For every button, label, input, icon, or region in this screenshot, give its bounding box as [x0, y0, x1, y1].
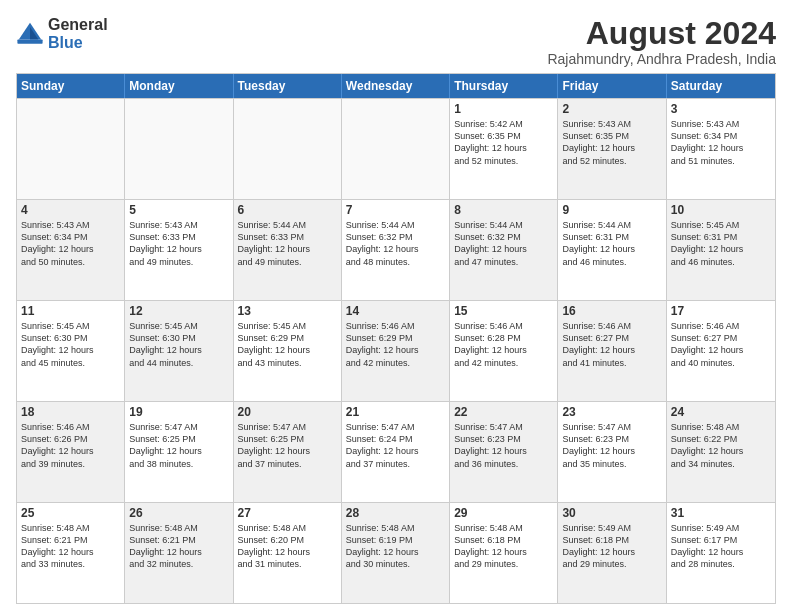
day-info: Sunrise: 5:48 AM Sunset: 6:18 PM Dayligh…	[454, 522, 553, 571]
day-info: Sunrise: 5:44 AM Sunset: 6:33 PM Dayligh…	[238, 219, 337, 268]
day-cell-10: 10Sunrise: 5:45 AM Sunset: 6:31 PM Dayli…	[667, 200, 775, 300]
location: Rajahmundry, Andhra Pradesh, India	[547, 51, 776, 67]
day-info: Sunrise: 5:48 AM Sunset: 6:21 PM Dayligh…	[129, 522, 228, 571]
day-cell-7: 7Sunrise: 5:44 AM Sunset: 6:32 PM Daylig…	[342, 200, 450, 300]
day-cell-21: 21Sunrise: 5:47 AM Sunset: 6:24 PM Dayli…	[342, 402, 450, 502]
empty-cell	[342, 99, 450, 199]
day-info: Sunrise: 5:44 AM Sunset: 6:32 PM Dayligh…	[454, 219, 553, 268]
header-monday: Monday	[125, 74, 233, 98]
day-cell-20: 20Sunrise: 5:47 AM Sunset: 6:25 PM Dayli…	[234, 402, 342, 502]
day-number: 4	[21, 203, 120, 217]
day-number: 13	[238, 304, 337, 318]
day-info: Sunrise: 5:49 AM Sunset: 6:17 PM Dayligh…	[671, 522, 771, 571]
logo-icon	[16, 20, 44, 48]
day-info: Sunrise: 5:47 AM Sunset: 6:25 PM Dayligh…	[238, 421, 337, 470]
header-saturday: Saturday	[667, 74, 775, 98]
day-info: Sunrise: 5:47 AM Sunset: 6:24 PM Dayligh…	[346, 421, 445, 470]
calendar-row-1: 4Sunrise: 5:43 AM Sunset: 6:34 PM Daylig…	[17, 199, 775, 300]
header-thursday: Thursday	[450, 74, 558, 98]
day-info: Sunrise: 5:44 AM Sunset: 6:31 PM Dayligh…	[562, 219, 661, 268]
day-cell-1: 1Sunrise: 5:42 AM Sunset: 6:35 PM Daylig…	[450, 99, 558, 199]
day-info: Sunrise: 5:48 AM Sunset: 6:22 PM Dayligh…	[671, 421, 771, 470]
title-block: August 2024 Rajahmundry, Andhra Pradesh,…	[547, 16, 776, 67]
day-number: 1	[454, 102, 553, 116]
empty-cell	[17, 99, 125, 199]
day-number: 8	[454, 203, 553, 217]
day-number: 18	[21, 405, 120, 419]
calendar-header: Sunday Monday Tuesday Wednesday Thursday…	[17, 74, 775, 98]
header-tuesday: Tuesday	[234, 74, 342, 98]
day-info: Sunrise: 5:48 AM Sunset: 6:19 PM Dayligh…	[346, 522, 445, 571]
day-info: Sunrise: 5:46 AM Sunset: 6:28 PM Dayligh…	[454, 320, 553, 369]
day-cell-13: 13Sunrise: 5:45 AM Sunset: 6:29 PM Dayli…	[234, 301, 342, 401]
page: General Blue August 2024 Rajahmundry, An…	[0, 0, 792, 612]
day-number: 29	[454, 506, 553, 520]
empty-cell	[125, 99, 233, 199]
day-cell-6: 6Sunrise: 5:44 AM Sunset: 6:33 PM Daylig…	[234, 200, 342, 300]
calendar-row-3: 18Sunrise: 5:46 AM Sunset: 6:26 PM Dayli…	[17, 401, 775, 502]
day-number: 9	[562, 203, 661, 217]
day-info: Sunrise: 5:43 AM Sunset: 6:35 PM Dayligh…	[562, 118, 661, 167]
day-cell-11: 11Sunrise: 5:45 AM Sunset: 6:30 PM Dayli…	[17, 301, 125, 401]
day-cell-25: 25Sunrise: 5:48 AM Sunset: 6:21 PM Dayli…	[17, 503, 125, 603]
day-number: 31	[671, 506, 771, 520]
day-cell-29: 29Sunrise: 5:48 AM Sunset: 6:18 PM Dayli…	[450, 503, 558, 603]
day-cell-17: 17Sunrise: 5:46 AM Sunset: 6:27 PM Dayli…	[667, 301, 775, 401]
day-cell-30: 30Sunrise: 5:49 AM Sunset: 6:18 PM Dayli…	[558, 503, 666, 603]
day-info: Sunrise: 5:44 AM Sunset: 6:32 PM Dayligh…	[346, 219, 445, 268]
day-info: Sunrise: 5:46 AM Sunset: 6:26 PM Dayligh…	[21, 421, 120, 470]
month-year: August 2024	[547, 16, 776, 51]
day-info: Sunrise: 5:47 AM Sunset: 6:23 PM Dayligh…	[454, 421, 553, 470]
logo-text: General Blue	[48, 16, 108, 52]
day-info: Sunrise: 5:46 AM Sunset: 6:29 PM Dayligh…	[346, 320, 445, 369]
header-friday: Friday	[558, 74, 666, 98]
day-number: 5	[129, 203, 228, 217]
day-cell-26: 26Sunrise: 5:48 AM Sunset: 6:21 PM Dayli…	[125, 503, 233, 603]
day-number: 6	[238, 203, 337, 217]
day-info: Sunrise: 5:45 AM Sunset: 6:30 PM Dayligh…	[129, 320, 228, 369]
calendar-row-0: 1Sunrise: 5:42 AM Sunset: 6:35 PM Daylig…	[17, 98, 775, 199]
day-info: Sunrise: 5:45 AM Sunset: 6:29 PM Dayligh…	[238, 320, 337, 369]
day-number: 10	[671, 203, 771, 217]
day-cell-4: 4Sunrise: 5:43 AM Sunset: 6:34 PM Daylig…	[17, 200, 125, 300]
day-cell-28: 28Sunrise: 5:48 AM Sunset: 6:19 PM Dayli…	[342, 503, 450, 603]
day-number: 30	[562, 506, 661, 520]
day-number: 3	[671, 102, 771, 116]
day-info: Sunrise: 5:46 AM Sunset: 6:27 PM Dayligh…	[562, 320, 661, 369]
day-number: 28	[346, 506, 445, 520]
empty-cell	[234, 99, 342, 199]
day-info: Sunrise: 5:43 AM Sunset: 6:34 PM Dayligh…	[21, 219, 120, 268]
day-cell-27: 27Sunrise: 5:48 AM Sunset: 6:20 PM Dayli…	[234, 503, 342, 603]
day-number: 7	[346, 203, 445, 217]
day-info: Sunrise: 5:45 AM Sunset: 6:31 PM Dayligh…	[671, 219, 771, 268]
day-number: 26	[129, 506, 228, 520]
day-number: 22	[454, 405, 553, 419]
day-cell-3: 3Sunrise: 5:43 AM Sunset: 6:34 PM Daylig…	[667, 99, 775, 199]
day-info: Sunrise: 5:45 AM Sunset: 6:30 PM Dayligh…	[21, 320, 120, 369]
header-wednesday: Wednesday	[342, 74, 450, 98]
day-cell-31: 31Sunrise: 5:49 AM Sunset: 6:17 PM Dayli…	[667, 503, 775, 603]
day-info: Sunrise: 5:46 AM Sunset: 6:27 PM Dayligh…	[671, 320, 771, 369]
logo: General Blue	[16, 16, 108, 52]
svg-rect-2	[17, 40, 42, 44]
day-info: Sunrise: 5:47 AM Sunset: 6:25 PM Dayligh…	[129, 421, 228, 470]
day-info: Sunrise: 5:47 AM Sunset: 6:23 PM Dayligh…	[562, 421, 661, 470]
day-cell-2: 2Sunrise: 5:43 AM Sunset: 6:35 PM Daylig…	[558, 99, 666, 199]
day-info: Sunrise: 5:48 AM Sunset: 6:20 PM Dayligh…	[238, 522, 337, 571]
day-cell-22: 22Sunrise: 5:47 AM Sunset: 6:23 PM Dayli…	[450, 402, 558, 502]
day-cell-24: 24Sunrise: 5:48 AM Sunset: 6:22 PM Dayli…	[667, 402, 775, 502]
day-cell-8: 8Sunrise: 5:44 AM Sunset: 6:32 PM Daylig…	[450, 200, 558, 300]
day-number: 15	[454, 304, 553, 318]
day-info: Sunrise: 5:43 AM Sunset: 6:34 PM Dayligh…	[671, 118, 771, 167]
day-cell-23: 23Sunrise: 5:47 AM Sunset: 6:23 PM Dayli…	[558, 402, 666, 502]
day-cell-16: 16Sunrise: 5:46 AM Sunset: 6:27 PM Dayli…	[558, 301, 666, 401]
day-number: 12	[129, 304, 228, 318]
header-sunday: Sunday	[17, 74, 125, 98]
day-cell-14: 14Sunrise: 5:46 AM Sunset: 6:29 PM Dayli…	[342, 301, 450, 401]
day-number: 27	[238, 506, 337, 520]
day-number: 14	[346, 304, 445, 318]
day-cell-12: 12Sunrise: 5:45 AM Sunset: 6:30 PM Dayli…	[125, 301, 233, 401]
day-number: 17	[671, 304, 771, 318]
day-number: 11	[21, 304, 120, 318]
day-info: Sunrise: 5:48 AM Sunset: 6:21 PM Dayligh…	[21, 522, 120, 571]
